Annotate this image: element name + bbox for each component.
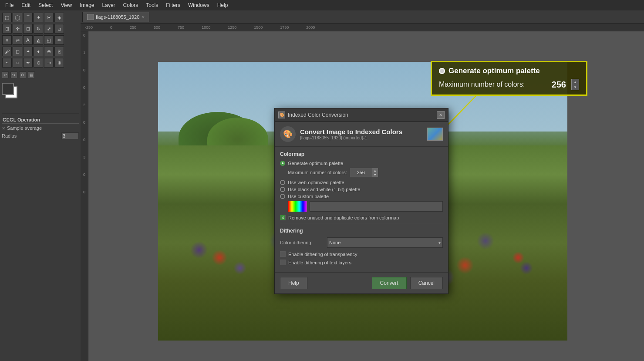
dialog-title-icon: 🎨 <box>278 111 285 118</box>
tool-flip[interactable]: ⇌ <box>13 35 22 45</box>
cancel-button[interactable]: Cancel <box>410 277 443 289</box>
tool-pencil[interactable]: ✏ <box>54 35 64 45</box>
tool-ellipse-select[interactable]: ◯ <box>13 13 22 22</box>
gegl-title: GEGL Operation <box>2 116 79 124</box>
radio-bw-row[interactable]: Use black and white (1-bit) palette <box>280 187 443 192</box>
annotation-max-colors-label: Maximum number of colors: <box>439 81 525 88</box>
history-icon[interactable]: ⊙ <box>19 71 26 78</box>
color-dither-label: Color dithering: <box>280 240 324 245</box>
layer-icon[interactable]: ▤ <box>28 71 35 78</box>
color-dither-value: None <box>329 240 341 245</box>
annotation-radio-dot <box>439 68 445 74</box>
remove-unused-row[interactable]: ✕ Remove unused and duplicate colors fro… <box>280 215 443 220</box>
tool-fuzzy-select[interactable]: ✦ <box>34 13 43 22</box>
menu-select[interactable]: Select <box>35 1 56 9</box>
annotation-spin-down[interactable]: ▼ <box>572 84 579 90</box>
tool-eraser[interactable]: ◻ <box>13 47 22 56</box>
dialog-title-text: Indexed Color Conversion <box>288 112 434 118</box>
tabbar: flags-1188055_1920 × <box>81 10 644 24</box>
tool-heal[interactable]: ⊕ <box>44 47 54 56</box>
tool-align[interactable]: ⊞ <box>2 24 12 34</box>
radio-web-dot[interactable] <box>280 180 285 185</box>
radio-custom-dot[interactable] <box>280 194 285 199</box>
tool-clone[interactable]: ⎘ <box>54 47 64 56</box>
tab-close-icon[interactable]: × <box>142 15 145 20</box>
tool-color-picker[interactable]: ⊙ <box>34 58 43 67</box>
tool-fg-select[interactable]: ◈ <box>54 13 64 22</box>
redo-icon[interactable]: ↪ <box>10 71 17 78</box>
radio-generate-label: Generate optimum palette <box>288 161 343 166</box>
palette-dropdown[interactable] <box>310 201 443 212</box>
annotation-spin-up[interactable]: ▲ <box>572 79 579 84</box>
transparency-dither-checkbox[interactable] <box>280 251 286 257</box>
tab-label: flags-1188055_1920 <box>96 14 139 20</box>
dialog-header-title: Convert Image to Indexed Colors <box>300 128 423 135</box>
radio-web-label: Use web-optimized palette <box>288 180 344 185</box>
annotation-radio-label: Generate optimum palette <box>448 67 540 75</box>
max-colors-row: Maximum number of colors: ▲ ▼ <box>288 168 443 177</box>
tool-scale[interactable]: ⤢ <box>44 24 54 34</box>
tool-paintbrush[interactable]: 🖌 <box>2 47 12 56</box>
menu-file[interactable]: File <box>2 1 17 9</box>
color-dither-row: Color dithering: None ▾ <box>280 237 443 248</box>
radio-generate-row[interactable]: Generate optimum palette <box>280 161 443 166</box>
indexed-color-dialog[interactable]: 🎨 Indexed Color Conversion × 🎨 Convert I… <box>274 108 448 294</box>
tool-rect-select[interactable]: ⬚ <box>2 13 12 22</box>
dialog-close-button[interactable]: × <box>437 111 445 119</box>
undo-icon[interactable]: ↩ <box>2 71 9 78</box>
tool-bucket[interactable]: ◭ <box>34 35 43 45</box>
menubar: File Edit Select View Image Layer Colors… <box>0 0 644 10</box>
dialog-footer: Help Convert Cancel <box>275 272 448 294</box>
menu-layer[interactable]: Layer <box>99 1 119 9</box>
tool-airbrush[interactable]: ✦ <box>23 47 33 56</box>
menu-tools[interactable]: Tools <box>142 1 162 9</box>
tool-measure[interactable]: ⊸ <box>44 58 54 67</box>
tool-zoom[interactable]: ⊕ <box>54 58 64 67</box>
menu-image[interactable]: Image <box>76 1 98 9</box>
foreground-color[interactable] <box>2 83 14 95</box>
gegl-radius-input[interactable] <box>61 132 79 139</box>
textlayer-dither-row[interactable]: Enable dithering of text layers <box>280 260 443 265</box>
radio-custom-label: Use custom palette <box>288 194 329 199</box>
tool-crop[interactable]: ⊡ <box>23 24 33 34</box>
tool-path[interactable]: ✒ <box>23 58 33 67</box>
menu-help[interactable]: Help <box>214 1 232 9</box>
max-colors-input[interactable] <box>350 169 372 176</box>
ruler-left: 0 1 0 0 2 0 0 3 0 0 <box>81 31 88 361</box>
image-tab[interactable]: flags-1188055_1920 × <box>82 12 149 22</box>
remove-unused-checkbox[interactable]: ✕ <box>280 215 286 220</box>
tool-move[interactable]: ✛ <box>13 24 22 34</box>
convert-button[interactable]: Convert <box>372 277 407 289</box>
help-button[interactable]: Help <box>280 277 307 289</box>
menu-filters[interactable]: Filters <box>162 1 184 9</box>
tool-scissors[interactable]: ✂ <box>44 13 54 22</box>
dither-dropdown-arrow: ▾ <box>438 240 441 245</box>
tool-dodge[interactable]: ○ <box>13 58 22 67</box>
tool-ink[interactable]: ♦ <box>34 47 43 56</box>
radio-bw-dot[interactable] <box>280 187 285 192</box>
menu-edit[interactable]: Edit <box>18 1 34 9</box>
max-colors-spin-down[interactable]: ▼ <box>372 172 378 177</box>
menu-windows[interactable]: Windows <box>185 1 213 9</box>
annotation-max-colors-value: 256 <box>552 80 566 90</box>
color-dither-select[interactable]: None ▾ <box>327 237 443 248</box>
transparency-dither-row[interactable]: Enable dithering of transparency <box>280 251 443 257</box>
palette-swatch <box>288 201 307 212</box>
tool-rotate[interactable]: ↻ <box>34 24 43 34</box>
tool-free-select[interactable]: ⌒ <box>23 13 33 22</box>
tool-text[interactable]: A <box>23 35 33 45</box>
tool-blend[interactable]: ◱ <box>44 35 54 45</box>
menu-view[interactable]: View <box>57 1 75 9</box>
radio-web-row[interactable]: Use web-optimized palette <box>280 180 443 185</box>
radio-generate-dot[interactable] <box>280 161 285 166</box>
ruler-top: -250 0 250 500 750 1000 1250 1500 1750 2… <box>81 24 644 31</box>
toolbar: ⬚ ◯ ⌒ ✦ ✂ ◈ ⊞ ✛ ⊡ ↻ ⤢ ⊿ ⌗ ⇌ A ◭ ◱ ✏ 🖌 ◻ … <box>0 10 81 361</box>
menu-colors[interactable]: Colors <box>120 1 142 9</box>
max-colors-spin-up[interactable]: ▲ <box>372 168 378 172</box>
max-colors-label: Maximum number of colors: <box>288 170 347 175</box>
tool-shear[interactable]: ⊿ <box>54 24 64 34</box>
textlayer-dither-checkbox[interactable] <box>280 260 286 265</box>
tool-perspective[interactable]: ⌗ <box>2 35 12 45</box>
radio-custom-row[interactable]: Use custom palette <box>280 194 443 199</box>
tool-smudge[interactable]: ~ <box>2 58 12 67</box>
